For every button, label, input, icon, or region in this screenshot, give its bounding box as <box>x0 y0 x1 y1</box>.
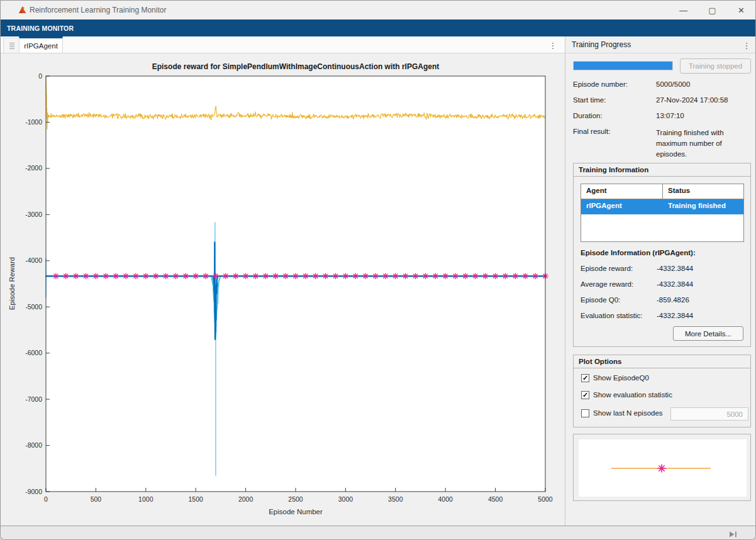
cell-agent: rIPGAgent <box>581 199 663 214</box>
training-progress-actions-button[interactable]: ⋮ <box>740 38 753 53</box>
collapse-right-icon <box>729 531 738 538</box>
toolstrip-tab-label: TRAINING MONITOR <box>7 25 74 32</box>
svg-text:5000: 5000 <box>538 495 553 503</box>
field-value: -4332.3844 <box>657 312 693 319</box>
svg-text:2000: 2000 <box>238 495 253 503</box>
checkbox-label[interactable]: Show last N episodes <box>593 409 663 417</box>
svg-text:-1000: -1000 <box>25 118 42 126</box>
episode-reward-chart: Episode reward for SimplePendlumWithImag… <box>6 53 565 524</box>
document-bar-menu-button[interactable] <box>3 38 20 53</box>
bottom-bar <box>1 526 755 539</box>
checkbox-label[interactable]: Show evaluation statistic <box>593 391 672 399</box>
plot-options-panel: Plot Options ✓ Show EpisodeQ0 ✓ Show eva… <box>573 355 751 427</box>
svg-text:-2000: -2000 <box>25 164 42 172</box>
svg-text:3500: 3500 <box>388 495 403 503</box>
svg-text:2500: 2500 <box>288 495 303 503</box>
maximize-icon: ▢ <box>708 6 716 15</box>
kebab-icon: ⋮ <box>549 41 557 50</box>
checkbox-show-evaluation-statistic[interactable]: ✓ <box>581 391 589 399</box>
tab-training-monitor[interactable]: TRAINING MONITOR <box>1 19 80 36</box>
title-bar: Reinforcement Learning Training Monitor … <box>1 1 755 19</box>
chart-title: Episode reward for SimplePendlumWithImag… <box>152 62 440 71</box>
training-progress-bar <box>573 61 673 70</box>
svg-text:4500: 4500 <box>488 495 503 503</box>
close-button[interactable]: ✕ <box>727 1 755 19</box>
document-bar: rIPGAgent ⋮ <box>1 36 565 53</box>
field-label: Final result: <box>573 128 610 135</box>
field-value: 5000/5000 <box>656 80 690 88</box>
more-details-label: More Details... <box>685 330 731 338</box>
column-status: Status <box>663 184 743 199</box>
svg-text:0: 0 <box>44 495 48 503</box>
table-row[interactable]: rIPGAgent Training finished <box>581 199 743 214</box>
svg-text:500: 500 <box>91 495 102 503</box>
maximize-button[interactable]: ▢ <box>698 1 726 19</box>
training-stopped-button[interactable]: Training stopped <box>680 58 751 74</box>
svg-text:3000: 3000 <box>338 495 353 503</box>
field-label: Evaluation statistic: <box>581 312 642 319</box>
field-label: Episode reward: <box>581 265 633 272</box>
collapse-right-panel-button[interactable] <box>729 529 738 537</box>
field-value: 13:07:10 <box>656 112 684 119</box>
right-panel-title: Training Progress <box>572 40 631 49</box>
checkbox-label[interactable]: Show EpisodeQ0 <box>593 374 649 382</box>
field-label: Episode number: <box>573 80 628 88</box>
svg-text:-7000: -7000 <box>25 395 42 403</box>
svg-text:-8000: -8000 <box>25 441 42 449</box>
field-value: -4332.3844 <box>657 265 693 272</box>
plot-preview <box>579 439 747 497</box>
field-value: Training finished with maximum number of… <box>656 128 752 160</box>
training-information-panel: Training Information Agent Status rIPGAg… <box>573 163 751 347</box>
svg-text:0: 0 <box>38 72 42 80</box>
panel-splitter[interactable] <box>565 36 565 526</box>
svg-text:-3000: -3000 <box>25 211 42 218</box>
last-n-episodes-input[interactable] <box>670 407 748 421</box>
training-information-title: Training Information <box>574 163 750 177</box>
svg-text:-4000: -4000 <box>25 256 42 264</box>
field-value: 27-Nov-2024 17:00:58 <box>656 96 728 104</box>
agents-table-header: Agent Status <box>581 184 743 199</box>
field-label: Episode Q0: <box>581 296 620 304</box>
checkbox-show-episode-q0[interactable]: ✓ <box>581 374 589 382</box>
field-label: Start time: <box>573 96 606 104</box>
document-list-icon <box>9 43 14 49</box>
svg-text:1500: 1500 <box>189 495 204 503</box>
toolstrip: TRAINING MONITOR <box>1 19 755 36</box>
field-value: -859.4826 <box>657 296 689 304</box>
chart-ylabel: Episode Reward <box>8 257 16 310</box>
plot-options-title: Plot Options <box>574 355 750 368</box>
column-agent: Agent <box>581 184 663 199</box>
close-icon: ✕ <box>738 6 745 15</box>
svg-text:-6000: -6000 <box>25 349 42 356</box>
window-title: Reinforcement Learning Training Monitor <box>30 6 166 14</box>
cell-status: Training finished <box>663 199 743 214</box>
checkbox-show-last-n-episodes[interactable]: ✓ <box>581 409 589 417</box>
field-label: Average reward: <box>581 280 633 288</box>
document-actions-button[interactable]: ⋮ <box>547 38 559 53</box>
app-window: Reinforcement Learning Training Monitor … <box>0 0 756 540</box>
progress-fill <box>574 62 672 70</box>
matlab-logo-icon <box>18 5 28 15</box>
training-stopped-label: Training stopped <box>689 62 742 70</box>
minimize-icon: — <box>679 6 687 15</box>
field-value: -4332.3844 <box>657 280 693 288</box>
svg-text:-5000: -5000 <box>25 303 42 311</box>
svg-text:4000: 4000 <box>438 495 453 503</box>
svg-text:-9000: -9000 <box>25 488 42 495</box>
tab-rlpgagent[interactable]: rIPGAgent <box>19 36 63 53</box>
plot-preview-panel <box>573 434 751 501</box>
more-details-button[interactable]: More Details... <box>673 326 743 341</box>
agents-table: Agent Status rIPGAgent Training finished <box>581 184 744 242</box>
field-label: Duration: <box>573 112 603 119</box>
svg-text:1000: 1000 <box>138 495 153 503</box>
kebab-icon: ⋮ <box>743 41 751 50</box>
minimize-button[interactable]: — <box>669 1 698 19</box>
chart-xlabel: Episode Number <box>269 508 323 515</box>
tab-label: rIPGAgent <box>24 42 58 50</box>
episode-information-title: Episode Information (rIPGAgent): <box>581 249 696 256</box>
